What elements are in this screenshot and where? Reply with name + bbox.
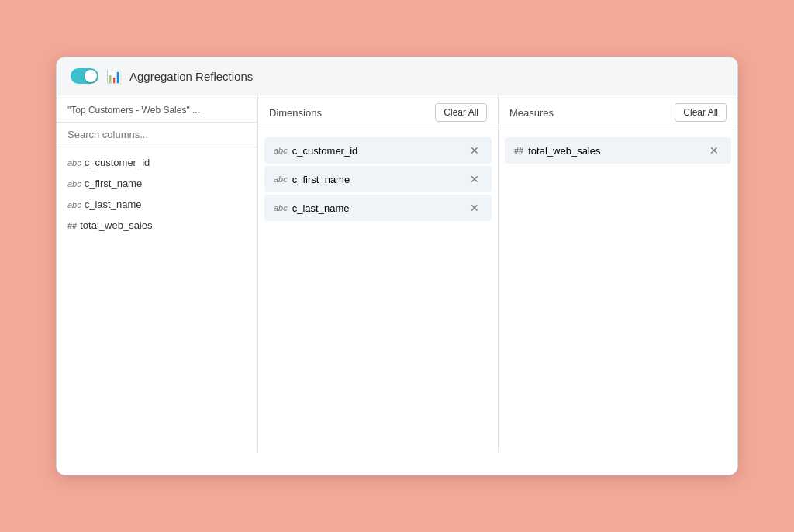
column-list: abc c_customer_id abc c_first_name abc c…: [57, 147, 257, 452]
type-badge-hash: ##: [514, 146, 523, 155]
measures-panel: Measures Clear All ## total_web_sales ✕: [499, 95, 737, 452]
panel-title: Aggregation Reflections: [129, 70, 253, 83]
measures-items: ## total_web_sales ✕: [499, 130, 737, 452]
column-name: c_customer_id: [85, 157, 150, 168]
remove-dimension-button[interactable]: ✕: [467, 143, 482, 157]
dimensions-panel-header: Dimensions Clear All: [258, 95, 498, 130]
list-item[interactable]: abc c_last_name: [57, 194, 257, 215]
list-item[interactable]: ## total_web_sales: [57, 215, 257, 236]
type-badge: abc: [67, 158, 81, 168]
measures-title: Measures: [509, 107, 554, 119]
dataset-label: "Top Customers - Web Sales" ...: [57, 95, 257, 123]
dimensions-clear-all-button[interactable]: Clear All: [435, 103, 487, 122]
measure-item: ## total_web_sales ✕: [505, 137, 731, 164]
dimension-item: abc c_last_name ✕: [264, 195, 492, 221]
type-badge: abc: [67, 200, 81, 209]
dimension-name: c_first_name: [292, 174, 350, 185]
list-item[interactable]: abc c_first_name: [57, 173, 257, 194]
panel-header: 📊 Aggregation Reflections: [57, 57, 737, 95]
type-badge: abc: [274, 174, 288, 184]
type-badge: abc: [274, 146, 288, 155]
column-name: total_web_sales: [80, 219, 152, 231]
left-panel: "Top Customers - Web Sales" ... abc c_cu…: [57, 95, 258, 452]
type-badge: abc: [274, 203, 288, 212]
dimension-item: abc c_first_name ✕: [264, 166, 492, 192]
column-name: c_last_name: [85, 199, 142, 210]
type-badge: abc: [67, 179, 81, 188]
column-name: c_first_name: [85, 178, 142, 189]
chart-icon: 📊: [106, 69, 122, 84]
dimensions-title: Dimensions: [269, 107, 322, 119]
type-badge-hash: ##: [67, 221, 77, 230]
measures-clear-all-button[interactable]: Clear All: [675, 103, 727, 122]
remove-measure-button[interactable]: ✕: [706, 143, 722, 157]
search-input[interactable]: [57, 123, 257, 147]
main-content: "Top Customers - Web Sales" ... abc c_cu…: [57, 95, 737, 452]
toggle-switch[interactable]: [71, 68, 98, 84]
list-item[interactable]: abc c_customer_id: [57, 152, 257, 173]
dimension-name: c_last_name: [292, 202, 350, 214]
dimension-name: c_customer_id: [292, 145, 358, 157]
main-card: 📊 Aggregation Reflections "Top Customers…: [56, 57, 738, 475]
remove-dimension-button[interactable]: ✕: [467, 201, 482, 215]
remove-dimension-button[interactable]: ✕: [467, 172, 482, 186]
measure-name: total_web_sales: [528, 145, 600, 157]
dimensions-panel: Dimensions Clear All abc c_customer_id ✕…: [258, 95, 499, 452]
dimensions-items: abc c_customer_id ✕ abc c_first_name ✕: [258, 130, 498, 452]
dimension-item: abc c_customer_id ✕: [264, 137, 492, 164]
measures-panel-header: Measures Clear All: [499, 95, 737, 130]
